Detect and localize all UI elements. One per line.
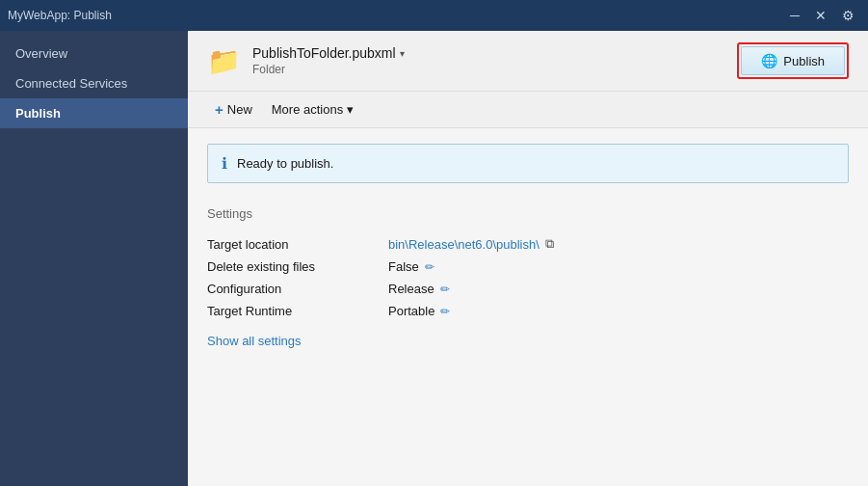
more-actions-button[interactable]: More actions ▾ [264,98,361,121]
sidebar-item-overview[interactable]: Overview [0,39,188,68]
publish-button[interactable]: 🌐 Publish [741,46,845,75]
table-row: Target location bin\Release\net6.0\publi… [207,232,849,256]
table-row: Target Runtime Portable ✏ [207,300,849,322]
main-container: Overview Connected Services Publish 📁 Pu… [0,31,868,486]
plus-icon: + [215,101,224,118]
content-area: 📁 PublishToFolder.pubxml ▾ Folder 🌐 Publ… [188,31,868,486]
show-all-settings-link[interactable]: Show all settings [207,334,302,348]
setting-value-target-location: bin\Release\net6.0\publish\ ⧉ [388,236,554,252]
profile-dropdown-arrow[interactable]: ▾ [400,48,405,59]
pin-button[interactable]: ─ [784,6,805,25]
profile-left: 📁 PublishToFolder.pubxml ▾ Folder [207,45,405,77]
edit-icon[interactable]: ✏ [440,305,450,318]
new-button[interactable]: + New [207,97,260,122]
setting-label-delete-existing-files: Delete existing files [207,259,381,274]
close-button[interactable]: ✕ [809,6,832,25]
edit-icon[interactable]: ✏ [425,260,434,274]
pin-icon: ─ [790,8,800,23]
close-icon: ✕ [815,8,827,23]
target-location-value: bin\Release\net6.0\publish\ [388,237,539,252]
publish-button-wrapper: 🌐 Publish [737,42,849,79]
copy-icon[interactable]: ⧉ [545,236,554,252]
settings-title: Settings [207,206,849,221]
settings-table: Target location bin\Release\net6.0\publi… [207,232,849,322]
settings-button[interactable]: ⚙ [836,6,860,25]
info-box: ℹ Ready to publish. [207,144,849,183]
setting-value-delete-existing-files: False ✏ [388,259,434,274]
title-bar: MyWebApp: Publish ─ ✕ ⚙ [0,0,868,31]
setting-label-configuration: Configuration [207,282,381,296]
info-message: Ready to publish. [237,156,333,171]
edit-icon[interactable]: ✏ [440,283,450,296]
profile-name: PublishToFolder.pubxml ▾ [252,45,405,61]
sidebar-item-publish[interactable]: Publish [0,98,188,128]
gear-icon: ⚙ [842,8,855,23]
setting-value-target-runtime: Portable ✏ [388,304,450,318]
profile-info: PublishToFolder.pubxml ▾ Folder [252,45,405,76]
profile-header: 📁 PublishToFolder.pubxml ▾ Folder 🌐 Publ… [188,31,868,92]
publish-globe-icon: 🌐 [761,53,777,68]
setting-label-target-runtime: Target Runtime [207,304,381,318]
settings-section: Settings Target location bin\Release\net… [207,206,849,348]
info-icon: ℹ [222,154,227,173]
title-bar-controls: ─ ✕ ⚙ [784,6,860,25]
sidebar-item-connected-services[interactable]: Connected Services [0,68,188,98]
setting-label-target-location: Target location [207,237,381,252]
more-actions-arrow-icon: ▾ [347,102,354,117]
profile-type: Folder [252,63,405,76]
folder-icon: 📁 [207,45,241,77]
toolbar: + New More actions ▾ [188,92,868,128]
window-title: MyWebApp: Publish [8,9,784,22]
table-row: Delete existing files False ✏ [207,256,849,278]
setting-value-configuration: Release ✏ [388,282,450,296]
sidebar: Overview Connected Services Publish [0,31,188,486]
table-row: Configuration Release ✏ [207,278,849,300]
